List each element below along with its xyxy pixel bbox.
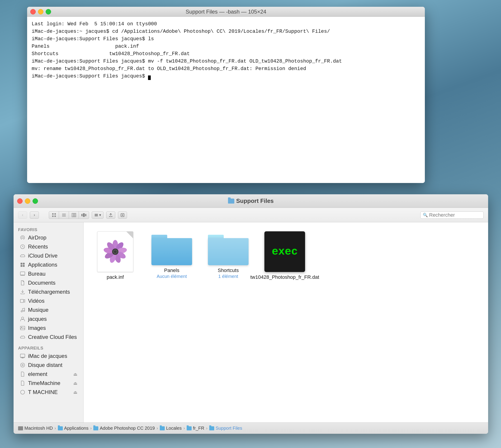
sidebar-item-disque-distant[interactable]: Disque distant	[15, 361, 82, 370]
sidebar-item-videos[interactable]: Vidéos	[15, 296, 82, 305]
breadcrumb-applications[interactable]: Applications	[58, 426, 89, 431]
view-buttons	[49, 211, 89, 219]
breadcrumb-photoshop[interactable]: Adobe Photoshop CC 2019	[93, 426, 155, 431]
minimize-button[interactable]	[38, 9, 43, 15]
svg-rect-13	[95, 214, 98, 214]
tmachine-label: T MACHINE	[28, 389, 71, 395]
shortcuts-folder-body	[208, 238, 249, 265]
bureau-icon	[19, 271, 26, 277]
file-item-shortcuts[interactable]: Shortcuts 1 élément	[203, 229, 253, 282]
sidebar-item-airdrop[interactable]: AirDrop	[15, 233, 82, 242]
file-item-tw-dat[interactable]: exec tw10428_Photoshop_fr_FR.dat	[260, 229, 310, 282]
list-view-button[interactable]	[59, 211, 69, 219]
svg-rect-22	[23, 263, 25, 265]
bc-arrow-3: ›	[157, 426, 158, 431]
sidebar-item-bureau[interactable]: Bureau	[15, 269, 82, 278]
breadcrumb-locales[interactable]: Locales	[160, 426, 182, 431]
sidebar-item-tmachine[interactable]: T MACHINE ⏏	[15, 388, 82, 397]
telechargements-icon	[19, 289, 26, 295]
finder-close-button[interactable]	[17, 198, 23, 204]
search-input[interactable]	[429, 212, 481, 218]
packinf-icon	[97, 231, 133, 272]
creativecloud-label: Creative Cloud Files	[28, 334, 78, 340]
videos-icon	[19, 298, 26, 304]
finder-minimize-button[interactable]	[25, 198, 30, 204]
bc-arrow-5: ›	[206, 426, 208, 431]
element-eject[interactable]: ⏏	[73, 371, 78, 377]
terminal-line-7: mv: rename tw10428_Photoshop_fr_FR.dat t…	[32, 65, 420, 73]
back-button[interactable]: ‹	[18, 211, 27, 219]
gallery-view-button[interactable]	[79, 211, 89, 219]
sidebar-item-musique[interactable]: Musique	[15, 305, 82, 315]
finder-maximize-button[interactable]	[32, 198, 38, 204]
terminal-line-3: iMac-de-jacques:Support Files jacques$ l…	[32, 35, 420, 43]
svg-rect-15	[95, 216, 98, 216]
finder-statusbar: Macintosh HD › Applications › Adobe Phot…	[14, 422, 488, 434]
finder-sidebar: Favoris AirDrop Récents iCloud Drive	[14, 222, 84, 422]
favoris-section-title: Favoris	[14, 226, 83, 233]
appareils-section-title: Appareils	[14, 344, 83, 352]
file-item-packinf[interactable]: pack.inf	[90, 229, 140, 282]
sidebar-item-documents[interactable]: Documents	[15, 278, 82, 287]
sidebar-item-jacques[interactable]: jacques	[15, 315, 82, 323]
svg-rect-14	[95, 215, 98, 215]
search-box[interactable]: 🔍	[420, 211, 484, 219]
timemachine-label: TimeMachine	[28, 380, 71, 386]
file-item-panels[interactable]: Panels Aucun élément	[147, 229, 197, 282]
hd-icon	[18, 426, 23, 430]
gallery-view-icon	[81, 213, 87, 217]
icon-view-button[interactable]	[49, 211, 59, 219]
bc-arrow-4: ›	[183, 426, 185, 431]
svg-point-39	[22, 364, 23, 366]
disque-distant-icon	[19, 362, 26, 368]
sidebar-item-imac[interactable]: iMac de jacques	[15, 352, 82, 361]
sidebar-item-element[interactable]: element ⏏	[15, 370, 82, 379]
bc-folder-icon-3	[160, 426, 165, 430]
breadcrumb-hd[interactable]: Macintosh HD	[18, 426, 53, 431]
terminal-title: Support Files — -bash — 105×24	[186, 9, 266, 15]
forward-button[interactable]: ›	[30, 211, 39, 219]
recents-label: Récents	[28, 243, 78, 250]
icon-view-icon	[52, 213, 56, 217]
sidebar-item-telechargements[interactable]: Téléchargements	[15, 287, 82, 296]
close-button[interactable]	[30, 9, 36, 15]
bc-photoshop-label: Adobe Photoshop CC 2019	[100, 426, 155, 431]
imac-icon	[19, 353, 26, 359]
creativecloud-icon	[19, 334, 26, 340]
maximize-button[interactable]	[46, 9, 51, 15]
terminal-body[interactable]: Last login: Wed Feb 5 15:00:14 on ttys00…	[27, 17, 425, 183]
documents-label: Documents	[28, 280, 78, 286]
breadcrumb-supportfiles[interactable]: Support Files	[209, 426, 242, 431]
sidebar-item-icloud[interactable]: iCloud Drive	[15, 251, 82, 260]
timemachine-eject[interactable]: ⏏	[73, 381, 78, 386]
sidebar-item-images[interactable]: Images	[15, 323, 82, 333]
sidebar-item-recents[interactable]: Récents	[15, 242, 82, 251]
sidebar-item-applications[interactable]: Applications	[15, 260, 82, 269]
forward-icon: ›	[34, 213, 35, 217]
videos-label: Vidéos	[28, 298, 78, 304]
column-view-icon	[72, 213, 76, 217]
terminal-line-1: Last login: Wed Feb 5 15:00:14 on ttys00…	[32, 20, 420, 28]
finder-content: Favoris AirDrop Récents iCloud Drive	[14, 222, 488, 422]
telechargements-label: Téléchargements	[28, 289, 78, 295]
sidebar-item-timemachine[interactable]: TimeMachine ⏏	[15, 379, 82, 388]
search-icon: 🔍	[423, 213, 428, 218]
tmachine-icon	[19, 389, 26, 395]
svg-rect-24	[23, 265, 25, 267]
arrange-button[interactable]: ▾	[92, 211, 103, 219]
svg-rect-23	[21, 265, 22, 267]
sidebar-item-creativecloud[interactable]: Creative Cloud Files	[15, 333, 82, 342]
tmachine-eject[interactable]: ⏏	[73, 389, 78, 395]
breadcrumb-frfr[interactable]: fr_FR	[187, 426, 204, 431]
tag-button[interactable]	[118, 211, 127, 219]
svg-rect-10	[81, 214, 82, 216]
svg-rect-34	[20, 354, 25, 357]
terminal-line-4: Panels pack.inf	[32, 43, 420, 50]
svg-rect-1	[54, 213, 56, 215]
tag-icon	[120, 213, 125, 217]
share-button[interactable]	[106, 211, 115, 219]
svg-rect-4	[62, 214, 66, 214]
svg-rect-32	[20, 326, 25, 330]
column-view-button[interactable]	[69, 211, 79, 219]
terminal-window: Support Files — -bash — 105×24 Last logi…	[27, 7, 425, 183]
